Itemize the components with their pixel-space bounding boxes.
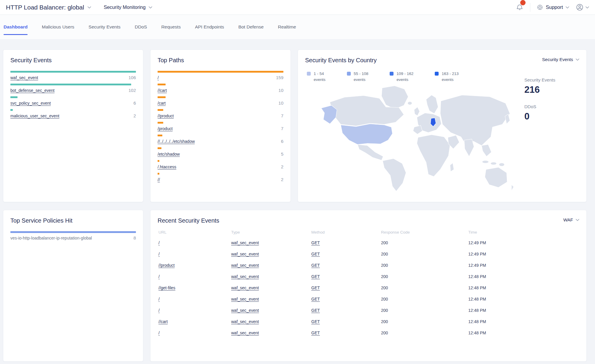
user-menu[interactable] [576, 3, 589, 11]
path-link[interactable]: /product [158, 126, 173, 131]
chevron-down-icon [576, 219, 579, 221]
tab-item[interactable]: DDoS [135, 15, 147, 39]
notifications-button[interactable] [516, 4, 523, 11]
south-america-region [383, 159, 406, 191]
url-link[interactable]: //product [158, 263, 174, 268]
country-metric-dropdown[interactable]: Security Events [542, 57, 579, 62]
tab-item[interactable]: Realtime [278, 15, 296, 39]
united-states-region[interactable] [341, 124, 392, 144]
path-link[interactable]: //product [158, 114, 174, 118]
event-type-link[interactable]: malicious_user_sec_event [10, 114, 59, 118]
monitoring-section-selector[interactable]: Security Monitoring [104, 4, 152, 10]
event-type-link[interactable]: waf_sec_event [231, 285, 259, 290]
method-link[interactable]: GET [311, 274, 320, 279]
event-time: 12:49 PM [468, 263, 579, 268]
url-link[interactable]: / [158, 308, 160, 313]
india-region [464, 139, 474, 157]
load-balancer-selector[interactable]: HTTP Load Balancer: global [6, 4, 91, 11]
tab-item[interactable]: Requests [161, 15, 180, 39]
event-type-link[interactable]: waf_sec_event [231, 263, 259, 268]
event-type-link[interactable]: waf_sec_event [231, 331, 259, 335]
new-guinea-region [499, 163, 504, 166]
method-link[interactable]: GET [311, 331, 320, 335]
path-link[interactable]: // [158, 177, 160, 182]
path-count: 10 [278, 100, 283, 106]
card-title: Top Service Policies Hit [10, 217, 72, 224]
support-label: Support [546, 4, 563, 10]
events-by-country-card: Security Events by Country Security Even… [298, 50, 587, 202]
bar [10, 71, 136, 73]
method-link[interactable]: GET [311, 240, 320, 245]
method-link[interactable]: GET [311, 319, 320, 324]
event-source-dropdown[interactable]: WAF [563, 217, 579, 222]
chevron-down-icon [566, 6, 569, 9]
indonesia-region [491, 162, 496, 165]
column-header: Type [231, 230, 311, 234]
security-event-bar-item: svc_policy_sec_event 6 [10, 96, 136, 106]
tab-item[interactable]: API Endpoints [195, 15, 224, 39]
policy-name: ves-io-http-loadbalancer-ip-reputation-g… [10, 236, 92, 240]
method-link[interactable]: GET [311, 308, 320, 313]
legend-item: 55 - 108events [347, 71, 369, 83]
top-path-bar-item: //product 7 [158, 109, 283, 118]
url-link[interactable]: / [158, 274, 160, 279]
event-type-link[interactable]: svc_policy_sec_event [10, 101, 51, 106]
method-link[interactable]: GET [311, 263, 320, 268]
url-link[interactable]: / [158, 240, 160, 245]
path-link[interactable]: /cart [158, 101, 166, 106]
url-link[interactable]: //get-files [158, 285, 175, 290]
card-title: Top Paths [158, 57, 184, 64]
top-path-bar-item: / 159 [158, 71, 283, 80]
support-menu[interactable]: Support [537, 4, 569, 10]
dashboard-tabs: DashboardMalicious UsersSecurity EventsD… [0, 15, 595, 39]
event-type-link[interactable]: waf_sec_event [231, 319, 259, 324]
event-time: 12:49 PM [468, 240, 579, 245]
event-type-link[interactable]: waf_sec_event [10, 75, 38, 80]
path-link[interactable]: //../../../../etc/shadow [158, 139, 195, 144]
bar [158, 109, 163, 111]
event-type-link[interactable]: waf_sec_event [231, 240, 259, 245]
event-count: 102 [128, 88, 136, 93]
method-link[interactable]: GET [311, 285, 320, 290]
url-link[interactable]: / [158, 297, 160, 301]
tab-item[interactable]: Malicious Users [42, 15, 74, 39]
top-path-bar-item: //../../../../etc/shadow 6 [158, 135, 283, 144]
mexico-region [358, 144, 383, 160]
bar [158, 96, 166, 98]
stat-label: DDoS [524, 104, 579, 109]
method-link[interactable]: GET [311, 297, 320, 301]
path-link[interactable]: /etc/shadow [158, 152, 180, 157]
event-time: 12:48 PM [468, 331, 579, 335]
url-link[interactable]: //cart [158, 319, 168, 324]
security-event-bar-item: waf_sec_event 106 [10, 71, 136, 80]
tab-item[interactable]: Bot Defense [238, 15, 264, 39]
bar [158, 71, 283, 73]
event-type-link[interactable]: waf_sec_event [231, 297, 259, 301]
alaska-region[interactable] [321, 105, 337, 124]
stat-value: 216 [524, 84, 579, 95]
event-type-link[interactable]: waf_sec_event [231, 274, 259, 279]
event-type-link[interactable]: waf_sec_event [231, 308, 259, 313]
event-type-link[interactable]: bot_defense_sec_event [10, 88, 55, 93]
user-avatar-icon [576, 3, 584, 11]
legend-swatch [390, 72, 394, 76]
security-events-card: Security Events waf_sec_event 106 bot_de… [3, 50, 143, 202]
path-count: 2 [281, 177, 283, 182]
path-link[interactable]: / [158, 75, 159, 80]
path-link[interactable]: //cart [158, 88, 167, 93]
tab-item[interactable]: Security Events [88, 15, 120, 39]
tab-item[interactable]: Dashboard [4, 15, 28, 39]
response-code: 200 [381, 331, 468, 335]
bar [10, 109, 13, 111]
security-event-bar-item: malicious_user_sec_event 2 [10, 109, 136, 118]
url-link[interactable]: / [158, 331, 160, 335]
url-link[interactable]: / [158, 252, 160, 256]
response-code: 200 [381, 308, 468, 313]
legend-swatch [435, 72, 439, 76]
section-label: Security Monitoring [104, 4, 145, 10]
method-link[interactable]: GET [311, 252, 320, 256]
scandinavia-region [426, 95, 438, 113]
path-link[interactable]: /.htaccess [158, 165, 176, 169]
bar [158, 84, 166, 85]
event-type-link[interactable]: waf_sec_event [231, 252, 259, 256]
